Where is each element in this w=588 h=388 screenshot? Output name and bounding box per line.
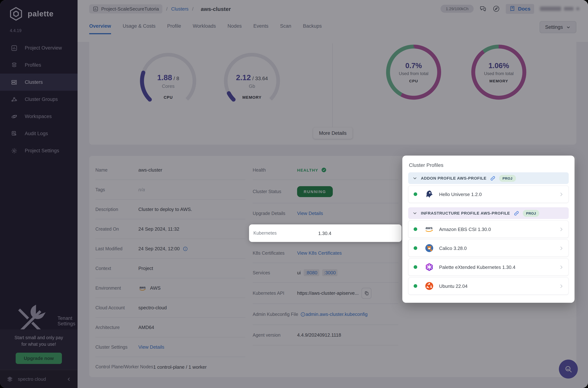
cluster-profiles-title: Cluster Profiles [409, 162, 569, 168]
profile-pack-row-calico[interactable]: Calico 3.28.0 [408, 239, 569, 257]
pack-status-dot [414, 192, 417, 196]
addon-profile-accordion-header[interactable]: ADDON PROFILE AWS-PROFILE PROJ [408, 172, 569, 184]
pack-name: Ubuntu 22.04 [439, 283, 559, 289]
chevron-down-icon [412, 211, 417, 216]
link-icon[interactable] [514, 210, 519, 216]
pack-name: Calico 3.28.0 [439, 245, 559, 251]
kubernetes-version: 1.30.4 [318, 230, 331, 236]
infrastructure-profile-label: INFRASTRUCTURE PROFILE AWS-PROFILE [421, 211, 510, 215]
pack-name: Palette eXtended Kubernetes 1.30.4 [439, 264, 559, 270]
addon-profile-label: ADDON PROFILE AWS-PROFILE [421, 176, 486, 180]
pack-name: Hello Universe 1.2.0 [439, 192, 559, 197]
profile-pack-row-ubuntu[interactable]: Ubuntu 22.04 [408, 277, 569, 295]
link-icon[interactable] [490, 175, 496, 181]
profile-pack-row-hello-universe[interactable]: Hello Universe 1.2.0 [408, 185, 569, 203]
chevron-down-icon [412, 176, 417, 181]
chevron-right-icon [559, 245, 564, 251]
chevron-right-icon [559, 283, 564, 289]
app-window: palette 4.4.19 Project Overview Profiles… [0, 0, 588, 388]
cluster-profiles-panel: Cluster Profiles ADDON PROFILE AWS-PROFI… [402, 156, 575, 303]
pack-status-dot [414, 265, 417, 269]
profile-pack-row-amazon-ebs-csi[interactable]: aws Amazon EBS CSI 1.30.0 [408, 220, 569, 238]
palette-xk-icon [425, 262, 434, 272]
svg-text:aws: aws [426, 226, 432, 230]
infrastructure-profile-accordion-header[interactable]: INFRASTRUCTURE PROFILE AWS-PROFILE PROJ [408, 207, 569, 219]
proj-scope-badge: PROJ [499, 175, 516, 182]
chevron-right-icon [559, 264, 564, 270]
pack-status-dot [414, 246, 417, 250]
chevron-right-icon [559, 226, 564, 232]
kubernetes-label: Kubernetes [253, 231, 318, 236]
pack-status-dot [414, 227, 417, 231]
kubernetes-spotlight-row[interactable]: Kubernetes 1.30.4 [249, 224, 402, 242]
calico-icon [425, 243, 434, 253]
section-gap [408, 204, 569, 207]
pack-status-dot [414, 284, 417, 288]
profile-pack-row-palette-extended-kubernetes[interactable]: Palette eXtended Kubernetes 1.30.4 [408, 258, 569, 276]
hello-universe-icon [425, 190, 434, 199]
proj-scope-badge: PROJ [523, 210, 539, 217]
ubuntu-icon [425, 281, 434, 291]
pack-name: Amazon EBS CSI 1.30.0 [439, 226, 559, 232]
chevron-right-icon [559, 192, 564, 197]
aws-logo-icon: aws [425, 224, 434, 234]
